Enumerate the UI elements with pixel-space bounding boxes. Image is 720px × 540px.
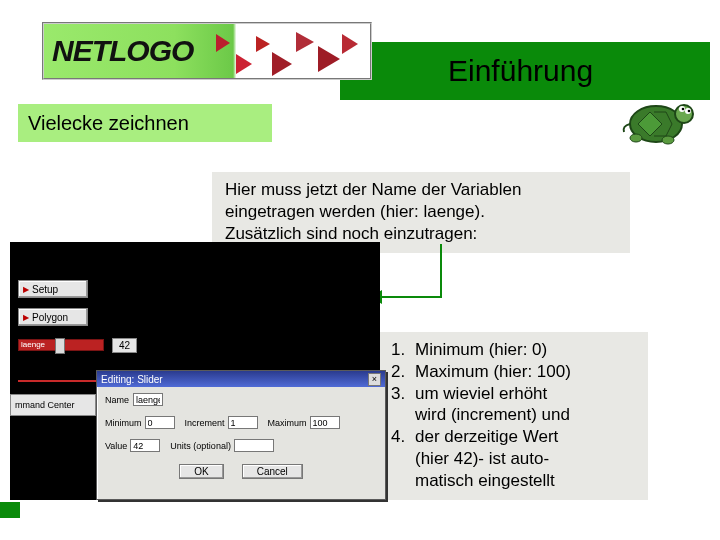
polygon-button[interactable]: ▶Polygon bbox=[18, 308, 88, 326]
minimum-input[interactable] bbox=[145, 416, 175, 429]
close-icon[interactable]: × bbox=[368, 373, 381, 386]
editing-slider-dialog: Editing: Slider × Name Minimum Increment… bbox=[96, 370, 386, 500]
list-text: Maximum (hier: 100) bbox=[415, 361, 637, 383]
slider[interactable]: laenge 42 bbox=[18, 336, 148, 354]
list-text: der derzeitige Wert bbox=[415, 426, 637, 448]
list-text: matisch eingestellt bbox=[415, 470, 637, 492]
subtitle-box: Vielecke zeichnen bbox=[18, 104, 272, 142]
dialog-title: Editing: Slider bbox=[101, 374, 163, 385]
instruction-line: Hier muss jetzt der Name der Variablen bbox=[225, 179, 619, 201]
play-icon: ▶ bbox=[23, 285, 29, 294]
button-label: OK bbox=[194, 466, 208, 477]
slide: Einführung NETLOGO Vielecke zeichnen Hie… bbox=[0, 0, 720, 540]
instruction-line: eingetragen werden (hier: laenge). bbox=[225, 201, 619, 223]
ok-button[interactable]: OK bbox=[179, 464, 223, 479]
units-label: Units (optional) bbox=[170, 441, 231, 451]
logo-banner: NETLOGO bbox=[42, 22, 372, 80]
instruction-card-2: 1.Minimum (hier: 0) 2.Maximum (hier: 100… bbox=[378, 332, 648, 500]
command-center-label: mmand Center bbox=[10, 394, 96, 416]
value-label: Value bbox=[105, 441, 127, 451]
button-label: Polygon bbox=[32, 312, 68, 323]
list-number: 4. bbox=[391, 426, 415, 448]
minimum-label: Minimum bbox=[105, 418, 142, 428]
logo-decoration bbox=[210, 24, 370, 82]
name-label: Name bbox=[105, 395, 129, 405]
increment-input[interactable] bbox=[228, 416, 258, 429]
name-input[interactable] bbox=[133, 393, 163, 406]
slider-name: laenge bbox=[21, 340, 45, 349]
slider-value: 42 bbox=[112, 338, 137, 353]
list-number: 2. bbox=[391, 361, 415, 383]
turtle-icon bbox=[618, 88, 702, 150]
list-text: (hier 42)- ist auto- bbox=[415, 448, 637, 470]
list-text: wird (increment) und bbox=[415, 404, 637, 426]
logo-text: NETLOGO bbox=[52, 34, 193, 68]
slide-title: Einführung bbox=[448, 54, 593, 88]
value-input[interactable] bbox=[130, 439, 160, 452]
maximum-label: Maximum bbox=[268, 418, 307, 428]
svg-point-6 bbox=[630, 134, 642, 142]
units-input[interactable] bbox=[234, 439, 274, 452]
subtitle: Vielecke zeichnen bbox=[28, 112, 189, 135]
list-text: Minimum (hier: 0) bbox=[415, 339, 637, 361]
svg-point-5 bbox=[682, 108, 685, 111]
button-label: Setup bbox=[32, 284, 58, 295]
screenshot-panel: ▶Setup ▶Polygon laenge 42 mmand Center E… bbox=[10, 242, 380, 500]
slider-rail[interactable]: laenge bbox=[18, 339, 104, 351]
setup-button[interactable]: ▶Setup bbox=[18, 280, 88, 298]
slider-thumb[interactable] bbox=[55, 338, 65, 354]
svg-point-3 bbox=[688, 110, 691, 113]
list-number: 3. bbox=[391, 383, 415, 405]
list-text: um wieviel erhöht bbox=[415, 383, 637, 405]
svg-point-7 bbox=[662, 136, 674, 144]
leader-line bbox=[440, 244, 442, 296]
list-number: 1. bbox=[391, 339, 415, 361]
dialog-titlebar[interactable]: Editing: Slider × bbox=[97, 371, 385, 387]
button-label: Cancel bbox=[257, 466, 288, 477]
leader-line bbox=[380, 296, 442, 298]
play-icon: ▶ bbox=[23, 313, 29, 322]
instruction-line: Zusätzlich sind noch einzutragen: bbox=[225, 223, 619, 245]
increment-label: Increment bbox=[185, 418, 225, 428]
cancel-button[interactable]: Cancel bbox=[242, 464, 303, 479]
decoration bbox=[0, 502, 20, 518]
maximum-input[interactable] bbox=[310, 416, 340, 429]
